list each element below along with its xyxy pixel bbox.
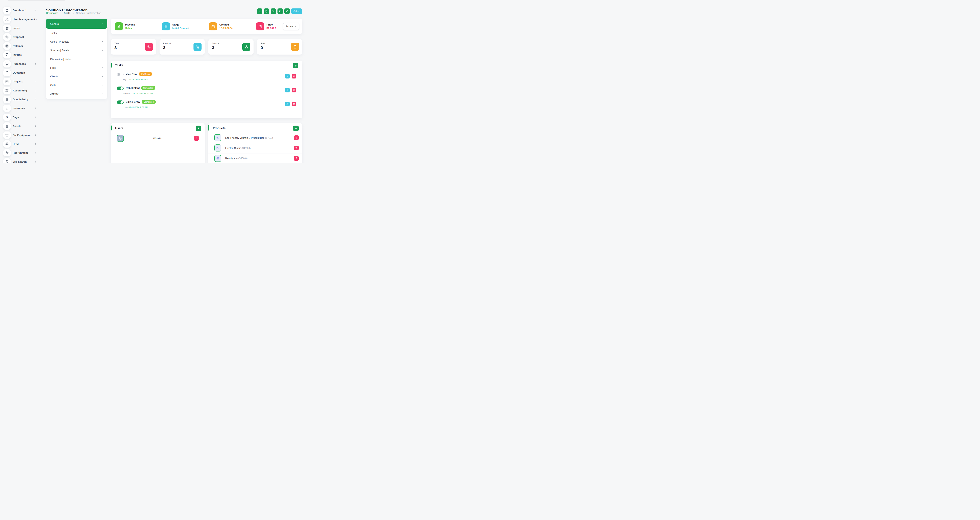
sidebar-item-purchases[interactable]: Purchases [0,59,42,68]
sidebar: Dashboard User Management Items Proposal… [0,0,42,163]
task-meta: Medium - 15-10-2024 11:54 AM [123,92,153,95]
breadcrumb-deals[interactable]: Deals [64,12,70,14]
sidebar-item-fix-equipment[interactable]: Fix Equipment [0,130,42,139]
sidebar-item-sage[interactable]: S Sage [0,113,42,122]
calculator-icon [5,124,9,128]
tab-clients[interactable]: Clients [46,72,107,81]
tab-users-products[interactable]: Users | Products [46,37,107,46]
tab-sources-emails[interactable]: Sources | Emails [46,46,107,55]
chevron-right-icon [101,22,103,25]
task-name: Vice Root [126,73,138,76]
letter-s-icon: S [5,115,9,119]
tab-tasks[interactable]: Tasks [46,29,107,37]
icon-chip [3,132,11,139]
task-row-actions [285,74,296,78]
sitemap-action-button[interactable] [257,8,262,14]
delete-task-button[interactable] [292,74,296,78]
pencil-icon [286,75,289,78]
sidebar-item-retainer[interactable]: Retainer [0,41,42,51]
user-name: WorkDo [111,133,205,144]
task-toggle[interactable] [117,86,124,90]
sidebar-item-insurance[interactable]: Insurance [0,104,42,113]
tag-action-button[interactable] [277,8,283,14]
video-action-button[interactable] [270,8,276,14]
edit-task-button[interactable] [285,74,290,78]
tab-activity[interactable]: Activity [46,89,107,98]
cart-icon [196,45,200,49]
icon-tile [291,43,299,51]
task-toggle[interactable] [117,100,124,104]
delete-task-button[interactable] [292,102,296,107]
sidebar-item-recruitment[interactable]: Recruitment [0,148,42,157]
deal-status-dropdown[interactable]: Active [283,23,299,30]
sidebar-item-invoice[interactable]: Invoice [0,51,42,59]
sidebar-item-quotation[interactable]: Quotation [0,68,42,77]
pencil-icon [286,103,289,105]
breadcrumb-dashboard[interactable]: Dashboard [46,12,58,14]
add-user-button[interactable] [196,126,201,131]
tab-discussion-notes[interactable]: Discussion | Notes [46,55,107,64]
sidebar-item-dashboard[interactable]: Dashboard [0,6,42,15]
toggle-knob [118,73,120,76]
shield-check-icon [5,107,9,110]
sidebar-item-items[interactable]: Items [0,24,42,33]
product-name: Electric Guitar ($499.0) [225,143,251,153]
sidebar-item-projects[interactable]: Projects [0,77,42,86]
sidebar-item-proposal[interactable]: Proposal [0,33,42,41]
chevron-right-icon [34,107,37,110]
edit-task-button[interactable] [285,88,290,92]
active-status-button[interactable]: Active [291,8,302,14]
delete-user-button[interactable] [194,136,199,141]
tab-general[interactable]: General [46,19,107,29]
sitemap-icon [258,10,261,13]
tab-files[interactable]: Files [46,64,107,72]
task-meta: Low - 02-11-2024 9:56 AM [123,106,148,108]
stat-card-files: Files 0 [257,39,302,54]
add-product-button[interactable] [293,126,299,131]
sidebar-item-accounting[interactable]: Accounting [0,86,42,95]
tab-label: Activity [50,92,101,95]
delete-product-button[interactable] [294,156,299,161]
products-header: Products [208,123,302,133]
chevron-right-icon [34,116,37,119]
delete-task-button[interactable] [292,88,296,92]
sidebar-item-job-search[interactable]: Job Search [0,157,42,163]
tag-icon [278,10,282,13]
task-toggle[interactable] [117,73,124,76]
chevron-right-icon [34,89,37,92]
delete-product-button[interactable] [294,146,299,150]
sidebar-item-user-management[interactable]: User Management [0,15,42,24]
sidebar-item-hrm[interactable]: HRM [0,140,42,148]
toggle-knob [121,101,123,103]
edit-task-button[interactable] [285,102,290,107]
product-title: Eco-Friendly Vitamin C Product Box [225,137,264,139]
file-action-button[interactable] [264,8,269,14]
sidebar-item-label: Accounting [13,89,34,92]
chevron-right-icon [35,18,38,21]
task-datetime: 11-09-2024 9:52 AM [129,78,148,81]
trash-icon [293,103,295,105]
icon-tile [145,43,153,51]
tab-calls[interactable]: Calls [46,81,107,89]
sidebar-item-doubleentry[interactable]: DoubleEntry [0,95,42,104]
sidebar-item-label: Sage [13,116,34,119]
stat-value: 3 [212,45,214,50]
edit-action-button[interactable] [284,8,290,14]
svg-text:S: S [6,116,8,119]
chevron-right-icon [60,12,62,14]
sidebar-item-label: HRM [13,143,34,145]
product-image-placeholder [214,145,221,151]
add-task-button[interactable] [293,63,298,68]
tab-label: Calls [50,84,101,86]
icon-chip [3,96,11,103]
icon-chip [3,69,11,76]
summary-value: 10-09-2024 [220,27,232,30]
sidebar-item-assets[interactable]: Assets [0,122,42,130]
sidebar-item-label: Invoice [13,53,42,56]
icon-chip [3,51,11,59]
sidebar-item-label: Insurance [13,107,34,110]
delete-product-button[interactable] [294,135,299,140]
file-icon [265,10,268,13]
deal-summary-bar: Pipeline Sales Stage Initial Contact Cre… [111,19,302,34]
server-icon [164,24,168,29]
